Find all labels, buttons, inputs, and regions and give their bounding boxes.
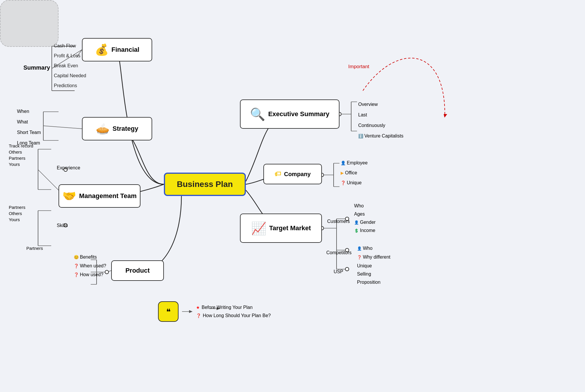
target-label: Target Market xyxy=(269,224,311,232)
target-income: 💲 Income xyxy=(354,228,375,233)
usp-label: USP xyxy=(334,269,343,274)
svg-line-14 xyxy=(38,170,59,190)
product-labels: 😊 Benefits ❓ When used? ❓ How used? xyxy=(74,255,106,277)
mgmt-partners-s: Partners xyxy=(9,205,25,210)
svg-point-38 xyxy=(345,267,349,271)
svg-line-8 xyxy=(43,126,82,129)
usp-selling: Selling xyxy=(357,271,380,277)
usp-unique: Unique xyxy=(357,263,380,269)
strategy-when: When xyxy=(17,109,41,114)
strategy-what: What xyxy=(17,119,41,125)
target-who-c: Who xyxy=(354,203,375,209)
mgmt-others-e: Others xyxy=(9,149,33,154)
management-skills-labels: Partners Others Yours xyxy=(9,205,25,223)
product-how: ❓ How used? xyxy=(74,272,106,277)
legend-item-2-label: How Long Should Your Plan Be? xyxy=(203,313,271,318)
svg-line-39 xyxy=(107,271,111,272)
company-label: Company xyxy=(284,171,310,178)
exec-continuously: Continuously xyxy=(358,123,403,128)
executive-node: 🔍 Executive Summary xyxy=(240,99,339,129)
mgmt-track: Track record xyxy=(9,143,33,148)
company-unique: ❓ Unique xyxy=(341,180,368,185)
mgmt-others-s: Others xyxy=(9,211,25,216)
financial-icon: 💰 xyxy=(95,43,109,56)
exec-last: Last xyxy=(358,112,403,118)
usp-proposition: Proposition xyxy=(357,280,380,285)
legend-area: ❝ ★ Before Writing Your Plan ❓ How Long … xyxy=(158,301,271,322)
financial-item-cashflow: Cash Flow xyxy=(54,43,86,49)
center-label: Business Plan xyxy=(177,180,233,189)
important-label: Important xyxy=(348,64,369,70)
competitors-label: Competitors xyxy=(326,250,351,255)
legend-item-2: ❓ How Long Should Your Plan Be? xyxy=(196,313,271,318)
exec-overview: Overview xyxy=(358,102,403,107)
company-labels: 👤 Employee ▶ Office ❓ Unique xyxy=(341,160,368,185)
exec-venture: ℹ️ Venture Capitalists xyxy=(358,133,403,139)
summary-label: Summary xyxy=(23,64,50,71)
customers-label: Customers xyxy=(327,219,350,224)
customers-box xyxy=(0,0,59,47)
management-label: Management Team xyxy=(79,192,136,200)
product-label: Product xyxy=(125,267,150,274)
svg-marker-50 xyxy=(189,310,193,313)
legend-quote-box: ❝ xyxy=(158,301,179,322)
strategy-node: 🥧 Strategy xyxy=(82,117,152,140)
mgmt-partners-e: Partners xyxy=(9,156,33,161)
mgmt-yours-e: Yours xyxy=(9,162,33,167)
management-experience-labels: Track record Others Partners Yours xyxy=(9,143,33,168)
mgmt-partners-bottom: Partners xyxy=(26,246,43,251)
target-node: 📈 Target Market xyxy=(240,214,322,243)
executive-label: Executive Summary xyxy=(268,110,329,118)
executive-icon: 🔍 xyxy=(250,107,265,121)
company-node: 🏷 Company xyxy=(263,164,322,184)
financial-item-capital: Capital Needed xyxy=(54,73,86,78)
target-icon: 📈 xyxy=(251,221,266,235)
legend-item-1: ★ Before Writing Your Plan xyxy=(196,305,271,310)
mgmt-experience-label: Experience xyxy=(57,165,80,171)
legend-items: ★ Before Writing Your Plan ❓ How Long Sh… xyxy=(196,305,271,318)
target-ages: Ages xyxy=(354,212,375,217)
exec-labels: Overview Last Continuously ℹ️ Venture Ca… xyxy=(358,102,403,139)
product-node: Product xyxy=(111,260,164,281)
target-usp-labels: Unique Selling Proposition xyxy=(357,263,380,285)
target-customers-labels: Who Ages 👤 Gender 💲 Income xyxy=(354,203,375,233)
management-node: 🤝 Management Team xyxy=(59,184,140,208)
mgmt-skills-label: Skills xyxy=(57,223,68,228)
financial-item-predictions: Predictions xyxy=(54,83,86,88)
financial-item-pl: Profit & Loss xyxy=(54,53,86,59)
strategy-label: Strategy xyxy=(112,125,138,133)
target-competitors-labels: 👤 Who ❓ Why different xyxy=(357,246,390,260)
product-benefits: 😊 Benefits xyxy=(74,255,106,260)
management-icon: 🤝 xyxy=(62,190,76,202)
financial-labels: Cash Flow Profit & Loss Break Even Capit… xyxy=(54,43,86,88)
company-office: ▶ Office xyxy=(341,170,368,176)
mgmt-yours-s: Yours xyxy=(9,217,25,222)
product-when: ❓ When used? xyxy=(74,263,106,269)
target-who-comp: 👤 Who xyxy=(357,246,390,251)
legend-item-1-label: Before Writing Your Plan xyxy=(202,305,253,310)
company-employee: 👤 Employee xyxy=(341,160,368,166)
target-gender: 👤 Gender xyxy=(354,220,375,225)
svg-marker-46 xyxy=(444,114,447,118)
target-why-diff: ❓ Why different xyxy=(357,255,390,260)
financial-item-breakeven: Break Even xyxy=(54,63,86,68)
strategy-left-labels: When What Short Team Long Team xyxy=(17,109,41,146)
financial-label: Financial xyxy=(111,46,139,54)
center-node: Business Plan xyxy=(164,173,246,196)
financial-node: 💰 Financial xyxy=(82,38,152,61)
strategy-icon: 🥧 xyxy=(96,122,109,135)
strategy-short: Short Team xyxy=(17,130,41,135)
company-icon: 🏷 xyxy=(275,170,281,178)
